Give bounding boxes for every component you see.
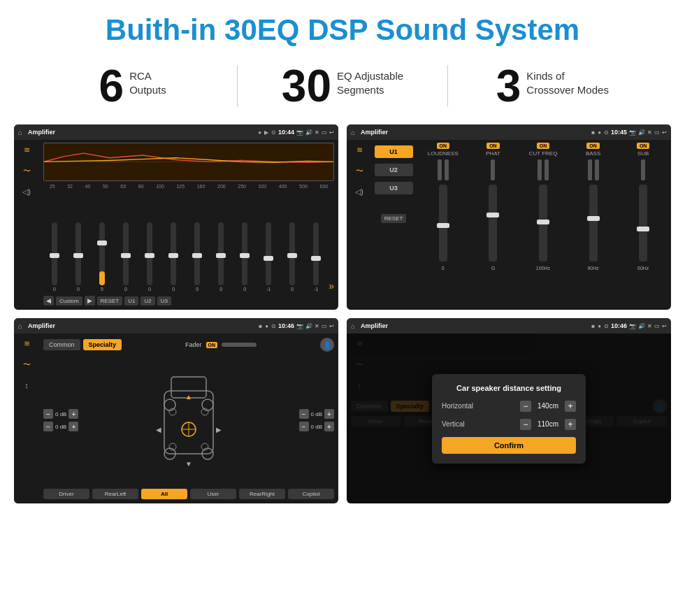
eq-slider-track-11[interactable]	[289, 222, 295, 285]
dialog-home-icon[interactable]: ⌂	[351, 322, 355, 330]
eq-home-icon[interactable]: ⌂	[18, 129, 22, 136]
speaker-rearleft-button[interactable]: RearLeft	[92, 489, 138, 499]
speaker-fr-plus[interactable]: +	[324, 409, 334, 419]
xover-sub-main-slider[interactable]	[639, 185, 647, 262]
eq-slider-track-4[interactable]	[123, 222, 129, 285]
xover-back-icon[interactable]: ↩	[662, 129, 667, 136]
speaker-filter-icon[interactable]: ≋	[24, 339, 30, 348]
xover-phat-main-slider[interactable]	[489, 185, 497, 262]
xover-phat-on[interactable]: ON	[486, 143, 500, 149]
eq-custom-button[interactable]: Custom	[56, 296, 82, 306]
eq-slider-track-1[interactable]	[52, 222, 57, 285]
xover-loudness-slider-2[interactable]	[445, 159, 449, 180]
speaker-rl-plus[interactable]: +	[68, 422, 78, 431]
dialog-back-icon[interactable]: ↩	[662, 323, 667, 329]
eq-slider-thumb-1[interactable]	[50, 253, 59, 258]
eq-right-arrow[interactable]: »	[329, 280, 334, 292]
xover-vol-icon[interactable]: ◁)	[355, 187, 363, 196]
fader-slider[interactable]	[222, 343, 257, 347]
xover-u3-button[interactable]: U3	[375, 182, 413, 194]
eq-u3-button[interactable]: U3	[157, 296, 171, 306]
eq-slider-thumb-4[interactable]	[121, 253, 131, 258]
speaker-rr-minus[interactable]: −	[299, 422, 309, 431]
eq-vol-icon[interactable]: ◁)	[22, 187, 31, 196]
eq-wave-icon[interactable]: 〜	[23, 166, 31, 176]
xover-cutfreq-on[interactable]: ON	[537, 143, 550, 149]
xover-cutfreq-thumb[interactable]	[537, 220, 549, 224]
xover-cutfreq-main-slider[interactable]	[539, 185, 547, 262]
speaker-profile-icon[interactable]: 👤	[320, 338, 334, 352]
speaker-user-button[interactable]: User	[190, 489, 236, 499]
xover-phat-thumb[interactable]	[486, 213, 499, 217]
xover-reset-button[interactable]: RESET	[381, 214, 407, 223]
speaker-specialty-tab[interactable]: Specialty	[83, 339, 122, 350]
speaker-arrows-icon[interactable]: ↕	[24, 381, 29, 389]
dialog-horizontal-minus[interactable]: −	[520, 401, 531, 412]
speaker-fl-minus[interactable]: −	[43, 409, 53, 419]
speaker-common-tab[interactable]: Common	[43, 339, 80, 350]
eq-slider-track-6[interactable]	[171, 222, 176, 285]
eq-u2-button[interactable]: U2	[140, 296, 154, 306]
eq-slider-thumb-2[interactable]	[73, 253, 83, 258]
xover-wave-icon[interactable]: 〜	[356, 166, 363, 176]
xover-bass-slider-g[interactable]	[595, 159, 599, 180]
xover-loudness-main-slider[interactable]	[439, 185, 447, 262]
xover-filter-icon[interactable]: ≋	[356, 145, 363, 155]
eq-slider-track-7[interactable]	[194, 222, 200, 285]
eq-slider-thumb-3[interactable]	[97, 241, 107, 245]
speaker-copilot-button[interactable]: Copilot	[288, 489, 334, 499]
xover-loudness-slider-1[interactable]	[438, 159, 442, 180]
dialog-vertical-plus[interactable]: +	[565, 419, 576, 430]
xover-home-icon[interactable]: ⌂	[351, 129, 355, 136]
eq-slider-track-5[interactable]	[147, 222, 152, 285]
speaker-wave-icon[interactable]: 〜	[23, 359, 31, 370]
eq-prev-button[interactable]: ◀	[43, 296, 54, 306]
xover-loudness-thumb[interactable]	[437, 223, 449, 228]
eq-slider-thumb-12[interactable]	[311, 256, 321, 261]
eq-next-button[interactable]: ▶	[85, 296, 95, 306]
eq-slider-thumb-5[interactable]	[145, 253, 154, 258]
speaker-home-icon[interactable]: ⌂	[18, 322, 22, 330]
speaker-rr-plus[interactable]: +	[324, 422, 334, 431]
dialog-vertical-minus[interactable]: −	[520, 419, 531, 430]
speaker-fl-plus[interactable]: +	[68, 409, 78, 419]
dialog-horizontal-plus[interactable]: +	[565, 401, 576, 412]
eq-filter-icon[interactable]: ≋	[24, 145, 30, 155]
eq-slider-thumb-10[interactable]	[264, 256, 273, 261]
eq-back-icon[interactable]: ↩	[329, 129, 334, 136]
eq-slider-track-9[interactable]	[242, 222, 247, 285]
xover-loudness-on[interactable]: ON	[437, 143, 450, 149]
speaker-driver-button[interactable]: Driver	[43, 489, 89, 499]
eq-slider-track-12[interactable]	[313, 222, 319, 285]
eq-slider-track-2[interactable]	[75, 222, 81, 285]
speaker-fr-minus[interactable]: −	[299, 409, 309, 419]
speaker-rl-minus[interactable]: −	[43, 422, 53, 431]
eq-slider-thumb-7[interactable]	[192, 253, 202, 258]
eq-slider-thumb-8[interactable]	[216, 253, 226, 258]
eq-slider-track-8[interactable]	[218, 222, 224, 285]
xover-u2-button[interactable]: U2	[375, 164, 413, 176]
xover-sub-on[interactable]: ON	[637, 143, 650, 149]
eq-slider-track-10[interactable]	[266, 222, 271, 285]
xover-sub-thumb[interactable]	[637, 227, 649, 231]
speaker-all-button[interactable]: All	[141, 489, 187, 499]
xover-sub-slider-g[interactable]	[641, 159, 645, 180]
xover-bass-main-slider[interactable]	[589, 185, 598, 262]
eq-slider-thumb-9[interactable]	[240, 253, 250, 258]
dialog-confirm-button[interactable]: Confirm	[442, 437, 576, 454]
fader-on-badge[interactable]: ON	[206, 342, 218, 348]
eq-slider-track-3[interactable]	[99, 222, 105, 285]
speaker-back-icon[interactable]: ↩	[329, 323, 334, 329]
eq-slider-thumb-11[interactable]	[287, 253, 297, 258]
speaker-rearright-button[interactable]: RearRight	[239, 489, 285, 499]
eq-reset-button[interactable]: RESET	[97, 296, 123, 306]
xover-cutfreq-slider-f[interactable]	[538, 159, 542, 180]
eq-u1-button[interactable]: U1	[124, 296, 138, 306]
xover-bass-thumb[interactable]	[587, 216, 600, 221]
xover-bass-on[interactable]: ON	[586, 143, 600, 149]
eq-slider-thumb-6[interactable]	[168, 253, 178, 258]
xover-cutfreq-slider-g[interactable]	[545, 159, 549, 180]
xover-bass-slider-f[interactable]	[588, 159, 592, 180]
xover-u1-button[interactable]: U1	[375, 145, 413, 158]
xover-phat-slider-1[interactable]	[491, 159, 495, 180]
